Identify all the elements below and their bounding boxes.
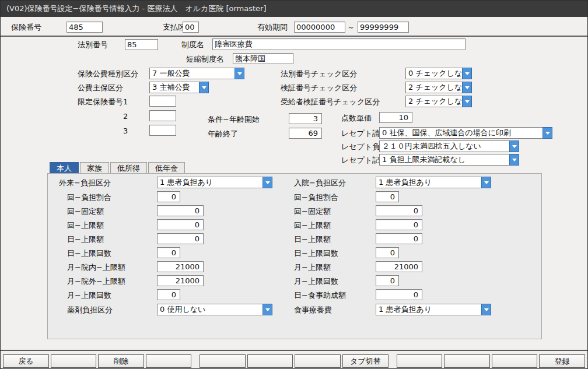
day-meal-subsidy-input[interactable] xyxy=(376,289,422,300)
receipt-burden-select[interactable]: ２１０円未満四捨五入しない xyxy=(379,140,519,152)
limited-insurance-2-input[interactable] xyxy=(149,110,176,121)
tab-family[interactable]: 家族 xyxy=(80,162,109,173)
dropdown-button[interactable] xyxy=(262,177,272,188)
age-end-input[interactable] xyxy=(289,128,322,139)
footer-button-6[interactable] xyxy=(247,354,293,368)
insurance-number-input[interactable] xyxy=(66,22,103,33)
month-internal-limit-label: 月−院内−上限額 xyxy=(67,262,125,273)
out-per-fixed-amount-label: 回−固定額 xyxy=(67,206,104,217)
footer-button-4[interactable] xyxy=(146,354,192,368)
law-number-input[interactable] xyxy=(125,39,158,50)
delete-button[interactable]: 削除 xyxy=(98,354,144,368)
meal-treatment-label: 食事療養費 xyxy=(294,304,332,315)
footer-button-7[interactable] xyxy=(295,354,341,368)
receipt-note-value: 1 負担上限未満記載なし xyxy=(379,154,509,166)
meal-treatment-select[interactable]: 1 患者負担あり xyxy=(376,304,491,315)
back-button[interactable]: 戻る xyxy=(3,354,49,368)
title-bar: (V02)保険番号設定−保険番号情報入力 - 医療法人 オルカ医院 [ormas… xyxy=(1,1,587,17)
tab-low-pension[interactable]: 低年金 xyxy=(148,162,185,173)
footer-button-9[interactable] xyxy=(397,354,443,368)
footer-separator xyxy=(1,350,587,351)
dropdown-button[interactable] xyxy=(509,140,519,152)
out-day-limit-input[interactable] xyxy=(157,233,204,244)
footer-button-10[interactable] xyxy=(444,354,490,368)
verification-check-label: 検証番号チェック区分 xyxy=(281,82,357,93)
dropdown-button[interactable] xyxy=(481,177,491,188)
receipt-claim-select[interactable]: 0 社保、国保、広域連合の場合に印刷 xyxy=(379,127,552,139)
chevron-down-icon xyxy=(484,308,489,311)
out-per-burden-ratio-label: 回−負担割合 xyxy=(67,192,111,203)
point-unit-input[interactable] xyxy=(379,112,412,123)
tab-low-income[interactable]: 低所得 xyxy=(110,162,147,173)
in-per-limit-input[interactable] xyxy=(376,219,422,230)
out-day-limit-count-input[interactable] xyxy=(157,247,180,258)
tab-switch-button[interactable]: タブ切替 xyxy=(342,354,388,368)
dropdown-button[interactable] xyxy=(199,82,209,93)
in-day-limit-input[interactable] xyxy=(376,233,422,244)
dropdown-button[interactable] xyxy=(509,154,519,166)
dropdown-button[interactable] xyxy=(462,68,472,79)
chevron-down-icon xyxy=(465,100,470,103)
age-end-label: 年齢終了 xyxy=(208,128,238,139)
in-month-limit-input[interactable] xyxy=(376,261,422,272)
kohi-main-select[interactable]: 3 主補公費 xyxy=(149,82,209,93)
dropdown-button[interactable] xyxy=(462,96,472,107)
law-number-check-value: 0 チェックしない xyxy=(405,68,462,79)
law-number-check-select[interactable]: 0 チェックしない xyxy=(405,68,472,79)
drug-burden-label: 薬剤負担区分 xyxy=(67,304,113,315)
day-meal-subsidy-label: 日−食事助成額 xyxy=(294,290,346,301)
dropdown-button[interactable] xyxy=(262,304,272,315)
in-per-burden-ratio-input[interactable] xyxy=(376,191,399,202)
tab-self[interactable]: 本人 xyxy=(50,162,79,173)
limited-insurance-1-label: 限定保険番号1 xyxy=(78,96,128,107)
in-per-fixed-amount-input[interactable] xyxy=(376,205,422,216)
out-per-fixed-amount-input[interactable] xyxy=(157,205,204,216)
month-internal-limit-input[interactable] xyxy=(157,261,204,272)
footer-button-5[interactable] xyxy=(200,354,246,368)
valid-period-from-input[interactable] xyxy=(294,22,345,33)
law-number-label: 法別番号 xyxy=(78,39,108,50)
dropdown-button[interactable] xyxy=(542,127,552,139)
limited-insurance-3-label: 3 xyxy=(123,125,128,136)
drug-burden-select[interactable]: 0 使用しない xyxy=(157,304,272,315)
in-month-limit-count-input[interactable] xyxy=(376,275,399,286)
limited-insurance-3-input[interactable] xyxy=(149,125,176,136)
verification-check-select[interactable]: 2 チェックしない xyxy=(405,82,472,93)
chevron-down-icon xyxy=(484,181,489,184)
age-start-input[interactable] xyxy=(289,113,322,124)
dropdown-button[interactable] xyxy=(462,82,472,93)
law-number-check-label: 法別番号チェック区分 xyxy=(281,68,357,79)
out-per-burden-ratio-input[interactable] xyxy=(157,191,180,202)
outpatient-burden-value: 1 患者負担あり xyxy=(157,177,262,188)
month-external-limit-input[interactable] xyxy=(157,275,204,286)
payment-class-input[interactable] xyxy=(183,22,199,33)
insurance-kohi-type-select[interactable]: 7 一般公費 xyxy=(149,68,244,79)
inpatient-burden-select[interactable]: 1 患者負担あり xyxy=(376,177,491,188)
chevron-down-icon xyxy=(265,308,270,311)
footer-button-11[interactable] xyxy=(492,354,538,368)
recipient-verification-check-select[interactable]: 2 チェックしない xyxy=(405,96,472,107)
dropdown-button[interactable] xyxy=(235,68,244,79)
dropdown-button[interactable] xyxy=(481,304,491,315)
valid-period-to-input[interactable] xyxy=(358,22,409,33)
short-system-name-input[interactable] xyxy=(233,53,293,64)
application-window: (V02)保険番号設定−保険番号情報入力 - 医療法人 オルカ医院 [ormas… xyxy=(0,0,588,369)
footer-button-2[interactable] xyxy=(51,354,97,368)
limited-insurance-1-input[interactable] xyxy=(149,96,176,107)
out-month-limit-count-label: 月−上限回数 xyxy=(67,290,111,301)
out-per-limit-input[interactable] xyxy=(157,219,204,230)
in-month-limit-count-label: 月−上限回数 xyxy=(294,276,338,287)
month-external-limit-label: 月−院外−上限額 xyxy=(67,276,125,287)
out-month-limit-count-input[interactable] xyxy=(157,289,180,300)
in-day-limit-label: 日−上限額 xyxy=(294,234,331,245)
in-per-fixed-amount-label: 回−固定額 xyxy=(294,206,331,217)
in-day-limit-count-input[interactable] xyxy=(376,247,399,258)
register-button[interactable]: 登録 xyxy=(539,354,585,368)
receipt-note-select[interactable]: 1 負担上限未満記載なし xyxy=(379,154,519,166)
inpatient-burden-label: 入院−負担区分 xyxy=(294,177,346,188)
short-system-name-label: 短縮制度名 xyxy=(186,54,224,65)
system-name-input[interactable] xyxy=(212,38,466,50)
outpatient-burden-select[interactable]: 1 患者負担あり xyxy=(157,177,272,188)
limited-insurance-2-label: 2 xyxy=(123,111,128,122)
inpatient-burden-value: 1 患者負担あり xyxy=(376,177,481,188)
